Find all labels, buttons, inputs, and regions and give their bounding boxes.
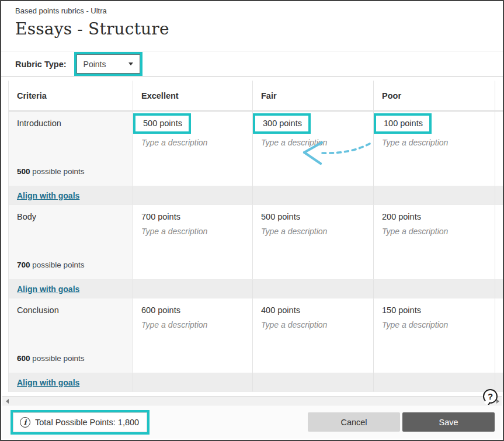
points-value-highlighted[interactable]: 500 points — [133, 113, 191, 134]
align-goals-row — [253, 373, 374, 392]
points-value-highlighted[interactable]: 100 points — [374, 113, 432, 134]
column-header-excellent: Excellent — [133, 81, 253, 112]
overflow-cell — [495, 112, 504, 186]
column-header-overflow — [495, 81, 504, 112]
footer-buttons: Cancel Save — [308, 412, 495, 432]
description-placeholder[interactable]: Type a description — [382, 227, 486, 236]
rubric-cell-body-fair[interactable]: 500 points Type a description — [253, 205, 374, 280]
align-with-goals-link[interactable]: Align with goals — [17, 284, 79, 294]
points-value[interactable]: 150 points — [382, 305, 486, 315]
description-placeholder[interactable]: Type a description — [141, 320, 244, 329]
help-question-glyph: ? — [488, 391, 493, 401]
align-goals-row — [374, 186, 495, 205]
rubric-cell-conclusion-poor[interactable]: 150 points Type a description — [374, 298, 495, 373]
rubric-cell-introduction-fair[interactable]: 300 points Type a description — [253, 112, 374, 186]
save-button[interactable]: Save — [402, 412, 495, 432]
description-placeholder[interactable]: Type a description — [261, 138, 365, 147]
points-value[interactable]: 500 points — [261, 212, 365, 221]
rubric-cell-body-excellent[interactable]: 700 points Type a description — [133, 205, 253, 280]
points-value[interactable]: 400 points — [261, 305, 365, 315]
rubric-type-bar: Rubric Type: Points — [1, 51, 503, 77]
scroll-left-arrow-icon[interactable] — [6, 399, 9, 404]
help-icon[interactable]: ? — [483, 389, 498, 404]
criterion-cell-conclusion[interactable]: Conclusion 600 possible points — [9, 298, 133, 373]
criterion-title: Body — [17, 212, 124, 221]
align-goals-row — [374, 280, 495, 298]
rubric-cell-introduction-excellent[interactable]: 500 points Type a description — [133, 112, 253, 186]
column-header-criteria: Criteria — [9, 81, 133, 112]
footer-bar: i Total Possible Points: 1,800 Cancel Sa… — [2, 405, 502, 439]
align-goals-row: Align with goals — [9, 186, 133, 205]
points-value[interactable]: 700 points — [141, 212, 244, 221]
rubric-type-value: Points — [84, 60, 106, 69]
rubric-editor-window: { "header": { "breadcrumb": "Based point… — [0, 0, 504, 441]
criterion-title: Conclusion — [17, 305, 124, 315]
rubric-cell-body-poor[interactable]: 200 points Type a description — [374, 205, 495, 280]
column-header-fair: Fair — [253, 81, 374, 112]
criterion-title: Introduction — [17, 119, 124, 128]
align-with-goals-link[interactable]: Align with goals — [17, 191, 79, 200]
align-goals-row — [374, 373, 495, 392]
rubric-grid: Criteria Excellent Fair Poor Introductio… — [8, 81, 504, 392]
rubric-cell-conclusion-excellent[interactable]: 600 points Type a description — [133, 298, 253, 373]
align-goals-row: Align with goals — [9, 280, 133, 298]
description-placeholder[interactable]: Type a description — [382, 138, 486, 147]
total-points-badge: i Total Possible Points: 1,800 — [13, 412, 147, 432]
rubric-type-label: Rubric Type: — [15, 60, 67, 69]
breadcrumb: Based points rubrics - Ultra — [15, 6, 489, 15]
points-value[interactable]: 200 points — [382, 212, 486, 221]
rubric-type-dropdown[interactable]: Points — [77, 54, 140, 74]
overflow-cell — [495, 205, 504, 280]
total-points-highlight: i Total Possible Points: 1,800 — [11, 410, 150, 435]
description-placeholder[interactable]: Type a description — [141, 227, 244, 236]
scroll-right-arrow-icon[interactable] — [496, 399, 499, 404]
align-goals-row — [495, 280, 504, 298]
rubric-cell-introduction-poor[interactable]: 100 points Type a description — [374, 112, 495, 186]
align-goals-row — [133, 373, 253, 392]
possible-points: 500 possible points — [17, 167, 124, 176]
total-points-text: Total Possible Points: 1,800 — [35, 418, 139, 427]
overflow-cell — [495, 298, 504, 373]
align-goals-row — [253, 186, 374, 205]
points-value[interactable]: 600 points — [141, 305, 244, 315]
page-title: Essays - Structure — [15, 19, 489, 39]
align-with-goals-link[interactable]: Align with goals — [17, 378, 79, 387]
align-goals-row — [253, 280, 374, 298]
criterion-cell-introduction[interactable]: Introduction 500 possible points — [9, 112, 133, 186]
cancel-button[interactable]: Cancel — [308, 412, 400, 432]
description-placeholder[interactable]: Type a description — [261, 227, 365, 236]
rubric-cell-conclusion-fair[interactable]: 400 points Type a description — [253, 298, 374, 373]
description-placeholder[interactable]: Type a description — [382, 320, 486, 329]
description-placeholder[interactable]: Type a description — [141, 138, 244, 147]
align-goals-row — [133, 186, 253, 205]
possible-points: 600 possible points — [17, 354, 124, 363]
description-placeholder[interactable]: Type a description — [261, 320, 365, 329]
align-goals-row — [495, 186, 504, 205]
points-value-highlighted[interactable]: 300 points — [253, 113, 311, 134]
info-icon: i — [20, 417, 30, 428]
chevron-down-icon — [128, 62, 133, 65]
rubric-type-highlight: Points — [74, 52, 142, 76]
page-header: Based points rubrics - Ultra Essays - St… — [1, 1, 503, 51]
align-goals-row: Align with goals — [9, 373, 133, 392]
align-goals-row — [495, 373, 504, 392]
criterion-cell-body[interactable]: Body 700 possible points — [9, 205, 133, 280]
possible-points: 700 possible points — [17, 261, 124, 269]
column-header-poor: Poor — [374, 81, 495, 112]
align-goals-row — [133, 280, 253, 298]
